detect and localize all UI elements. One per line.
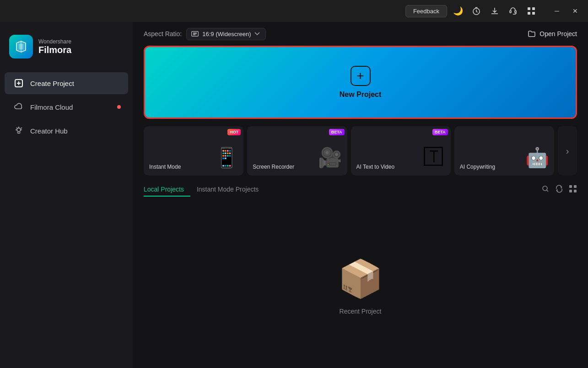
download-icon[interactable] xyxy=(487,4,502,18)
product-name: Filmora xyxy=(38,45,71,55)
svg-rect-5 xyxy=(528,12,530,15)
feature-card-ai-text-to-video[interactable]: BETA 🅃 AI Text to Video xyxy=(351,126,451,176)
aspect-ratio-icon xyxy=(191,31,199,37)
projects-section: Local Projects Instant Mode Projects xyxy=(133,183,588,368)
svg-rect-12 xyxy=(574,185,577,188)
empty-state: 📦 Recent Project xyxy=(144,204,577,368)
creator-hub-icon xyxy=(14,126,24,136)
instant-mode-image: 📱 xyxy=(209,139,243,176)
content-topbar: Aspect Ratio: 16:9 (Widescreen) Open P xyxy=(133,22,588,46)
sidebar-item-filmora-cloud[interactable]: Filmora Cloud xyxy=(5,96,128,118)
tab-instant-mode-projects[interactable]: Instant Mode Projects xyxy=(190,183,265,197)
svg-rect-1 xyxy=(510,11,511,13)
filmora-cloud-icon xyxy=(14,102,24,112)
screen-recorder-badge: BETA xyxy=(329,129,345,135)
logo-area: Wondershare Filmora xyxy=(0,29,133,71)
brand-name: Wondershare xyxy=(38,38,71,45)
create-project-icon xyxy=(14,78,24,88)
aspect-ratio-select[interactable]: 16:9 (Widescreen) xyxy=(186,28,266,40)
content-area: Aspect Ratio: 16:9 (Widescreen) Open P xyxy=(133,22,588,368)
ai-text-to-video-badge: BETA xyxy=(432,129,448,135)
sidebar-item-creator-hub[interactable]: Creator Hub xyxy=(5,120,128,142)
logo-icon xyxy=(9,35,33,59)
svg-rect-2 xyxy=(515,11,516,13)
sidebar-item-label: Creator Hub xyxy=(30,127,68,135)
feature-card-screen-recorder[interactable]: BETA 🎥 Screen Recorder xyxy=(247,126,347,176)
sidebar-item-label: Filmora Cloud xyxy=(30,103,73,111)
chevron-down-icon xyxy=(254,32,260,36)
feature-card-ai-copywriting[interactable]: 🤖 AI Copywriting xyxy=(454,126,554,176)
sidebar-item-create-project[interactable]: Create Project xyxy=(5,72,128,94)
logo-text-area: Wondershare Filmora xyxy=(38,38,71,55)
main-layout: Wondershare Filmora Create Project Filmo… xyxy=(0,22,588,368)
feature-card-instant-mode[interactable]: HOT 📱 Instant Mode xyxy=(144,126,243,176)
close-button[interactable]: ✕ xyxy=(568,4,583,18)
search-projects-icon[interactable] xyxy=(541,185,550,195)
svg-point-10 xyxy=(543,186,547,191)
scroll-more-button[interactable]: › xyxy=(558,126,577,176)
empty-state-label: Recent Project xyxy=(340,308,382,315)
ai-text-to-video-image: 🅃 xyxy=(416,139,451,176)
open-project-button[interactable]: Open Project xyxy=(528,30,577,38)
new-project-plus-icon: + xyxy=(351,66,371,86)
instant-mode-label: Instant Mode xyxy=(149,164,181,170)
refresh-projects-icon[interactable] xyxy=(555,185,563,195)
svg-rect-13 xyxy=(569,190,572,192)
features-row: HOT 📱 Instant Mode BETA 🎥 Screen Recorde… xyxy=(133,126,588,176)
feedback-button[interactable]: Feedback xyxy=(405,5,447,17)
scroll-arrow-icon: › xyxy=(566,146,569,156)
title-bar: Feedback 🌙 ─ ✕ xyxy=(0,0,588,22)
ai-copywriting-image: 🤖 xyxy=(520,139,554,176)
svg-rect-3 xyxy=(528,7,530,10)
sidebar: Wondershare Filmora Create Project Filmo… xyxy=(0,22,133,368)
instant-mode-badge: HOT xyxy=(227,129,241,135)
screen-recorder-image: 🎥 xyxy=(313,139,347,176)
minimize-button[interactable]: ─ xyxy=(550,4,564,18)
new-project-banner[interactable]: + New Project xyxy=(144,46,577,119)
theme-icon[interactable]: 🌙 xyxy=(451,4,465,18)
projects-tabs-bar: Local Projects Instant Mode Projects xyxy=(144,183,577,197)
aspect-ratio-area: Aspect Ratio: 16:9 (Widescreen) xyxy=(144,28,266,40)
notification-dot xyxy=(117,105,121,109)
svg-point-8 xyxy=(17,128,21,132)
tab-local-projects[interactable]: Local Projects xyxy=(144,183,190,197)
open-project-label: Open Project xyxy=(539,30,577,37)
grid-view-icon[interactable] xyxy=(569,185,577,195)
svg-rect-4 xyxy=(532,7,535,10)
new-project-label: New Project xyxy=(340,91,382,99)
support-icon[interactable] xyxy=(506,4,520,18)
aspect-ratio-label: Aspect Ratio: xyxy=(144,30,182,37)
folder-icon xyxy=(528,30,536,38)
ai-copywriting-label: AI Copywriting xyxy=(460,164,495,170)
apps-icon[interactable] xyxy=(524,4,539,18)
empty-box-icon: 📦 xyxy=(338,257,383,300)
projects-actions xyxy=(541,185,577,195)
timer-icon[interactable] xyxy=(469,4,484,18)
svg-rect-11 xyxy=(569,185,572,188)
aspect-ratio-value: 16:9 (Widescreen) xyxy=(202,31,251,37)
screen-recorder-label: Screen Recorder xyxy=(253,164,294,170)
sidebar-item-label: Create Project xyxy=(30,80,74,87)
svg-rect-14 xyxy=(574,190,577,192)
ai-text-to-video-label: AI Text to Video xyxy=(356,164,395,170)
projects-tabs: Local Projects Instant Mode Projects xyxy=(144,183,265,197)
svg-rect-6 xyxy=(532,12,535,15)
